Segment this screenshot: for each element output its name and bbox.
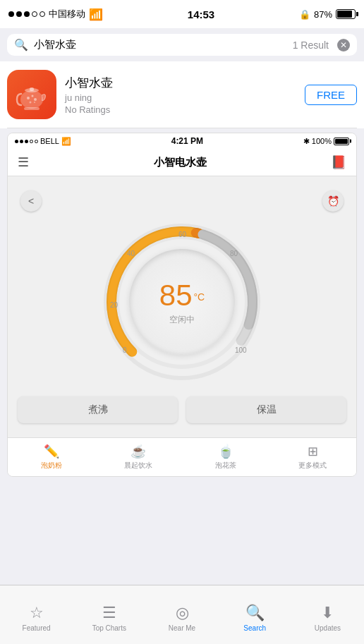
svg-rect-2 — [30, 87, 34, 91]
near-me-label: Near Me — [169, 624, 195, 632]
dot-1 — [8, 11, 14, 17]
phone-app-title: 小智电水壶 — [154, 156, 207, 169]
label-20: 20 — [110, 301, 119, 309]
phone-signal — [15, 140, 38, 143]
tab-search[interactable]: 🔍 Search — [219, 585, 291, 644]
label-0: 0 — [123, 346, 127, 354]
app-info: 小智水壶 ju ning No Ratings — [65, 75, 296, 115]
label-40: 40 — [127, 250, 135, 257]
p-dot-2 — [20, 140, 23, 143]
inner-tab-label-0: 泡奶粉 — [41, 461, 62, 470]
dot-5 — [40, 11, 45, 17]
kettle-svg — [14, 77, 49, 112]
phone-nav-bar: ☰ 小智电水壶 📕 — [8, 149, 356, 176]
battery-label: 87% — [314, 9, 332, 20]
tab-featured[interactable]: ☆ Featured — [0, 585, 73, 644]
menu-icon[interactable]: ☰ — [18, 154, 29, 170]
top-charts-icon: ☰ — [102, 604, 116, 622]
phone-status-bar: BELL 📶 4:21 PM ✱ 100% — [8, 133, 356, 149]
app-preview: BELL 📶 4:21 PM ✱ 100% ☰ 小智电水壶 📕 < — [7, 133, 357, 477]
lock-icon: 🔒 — [299, 9, 310, 20]
dial-inner: 85°C 空闲中 — [129, 249, 235, 355]
app-item[interactable]: 小智水壶 ju ning No Ratings FREE — [7, 61, 357, 128]
updates-label: Updates — [315, 624, 341, 632]
svg-point-0 — [20, 90, 43, 109]
phone-carrier: BELL — [40, 137, 59, 145]
bottom-tab-bar: ☆ Featured ☰ Top Charts ◎ Near Me 🔍 Sear… — [0, 585, 364, 644]
phone-battery-label: 100% — [312, 137, 332, 145]
inner-tab-label-2: 泡花茶 — [215, 461, 236, 470]
svg-point-6 — [30, 102, 32, 104]
phone-mockup: BELL 📶 4:21 PM ✱ 100% ☰ 小智电水壶 📕 < — [8, 133, 356, 476]
prev-button[interactable]: < — [20, 190, 42, 212]
inner-tab-1[interactable]: ☕ 晨起饮水 — [95, 438, 183, 476]
dot-4 — [32, 11, 37, 17]
battery-icon — [336, 9, 356, 19]
label-60: 60 — [178, 231, 187, 238]
featured-icon: ☆ — [30, 604, 44, 622]
p-dot-5 — [35, 140, 38, 143]
inner-tab-0[interactable]: ✏️ 泡奶粉 — [8, 438, 95, 476]
inner-tab-label-3: 更多模式 — [298, 461, 327, 470]
search-tab-icon: 🔍 — [245, 604, 265, 622]
label-100: 100 — [235, 346, 247, 354]
top-charts-label: Top Charts — [92, 624, 126, 632]
phone-battery-icon — [334, 138, 349, 145]
temperature-display: 85°C — [159, 279, 205, 312]
baby-formula-icon: ✏️ — [44, 444, 59, 459]
tab-near-me[interactable]: ◎ Near Me — [145, 585, 218, 644]
clear-search-button[interactable]: ✕ — [337, 39, 350, 51]
search-bar[interactable]: 🔍 小智水壶 1 Result ✕ — [7, 34, 357, 56]
keep-warm-button[interactable]: 保温 — [186, 396, 346, 423]
action-buttons: 煮沸 保温 — [18, 396, 346, 423]
dot-2 — [16, 11, 22, 17]
phone-battery-fill — [335, 139, 348, 144]
app-developer: ju ning — [65, 92, 296, 103]
phone-content: < ⏰ — [8, 176, 356, 437]
flower-tea-icon: 🍵 — [218, 444, 233, 459]
svg-point-7 — [34, 102, 35, 103]
dial-container: < ⏰ — [18, 183, 346, 430]
app-ratings: No Ratings — [65, 104, 296, 115]
temp-unit: °C — [194, 291, 205, 303]
dial-nav: < ⏰ — [18, 190, 346, 212]
inner-app-tabs: ✏️ 泡奶粉 ☕ 晨起饮水 🍵 泡花茶 ⊞ 更多模式 — [8, 437, 356, 476]
result-count: 1 Result — [293, 40, 329, 51]
more-modes-icon: ⊞ — [308, 444, 318, 459]
phone-status-left: BELL 📶 — [15, 137, 71, 146]
inner-tab-3[interactable]: ⊞ 更多模式 — [269, 438, 357, 476]
morning-drink-icon: ☕ — [131, 444, 146, 459]
p-dot-4 — [30, 140, 33, 143]
app-icon-wrapper — [7, 70, 56, 119]
tab-updates[interactable]: ⬇ Updates — [291, 585, 364, 644]
boil-button[interactable]: 煮沸 — [18, 396, 178, 423]
phone-wifi-icon: 📶 — [61, 137, 71, 146]
dot-3 — [24, 11, 30, 17]
alarm-button[interactable]: ⏰ — [322, 190, 344, 212]
book-icon[interactable]: 📕 — [331, 154, 346, 170]
search-query: 小智水壶 — [34, 38, 287, 51]
svg-rect-8 — [24, 107, 40, 110]
p-dot-3 — [25, 140, 28, 143]
dial-wrapper: 0 20 40 60 80 100 85°C 空闲中 — [97, 217, 267, 387]
updates-icon: ⬇ — [321, 604, 334, 622]
svg-point-4 — [32, 95, 34, 97]
inner-tab-2[interactable]: 🍵 泡花茶 — [182, 438, 269, 476]
status-right: 🔒 87% — [299, 9, 356, 20]
wifi-icon: 📶 — [89, 8, 103, 21]
app-name: 小智水壶 — [65, 75, 296, 91]
svg-point-5 — [34, 98, 37, 101]
phone-bt-icon: ✱ — [303, 137, 310, 146]
get-app-button[interactable]: FREE — [305, 85, 357, 105]
app-list: 小智水壶 ju ning No Ratings FREE — [0, 61, 364, 128]
p-dot-1 — [15, 140, 18, 143]
carrier-label: 中国移动 — [49, 8, 85, 20]
near-me-icon: ◎ — [176, 604, 189, 622]
svg-point-3 — [27, 97, 30, 99]
battery-fill — [337, 11, 352, 18]
tab-top-charts[interactable]: ☰ Top Charts — [73, 585, 145, 644]
signal-dots — [8, 11, 45, 17]
search-label: Search — [243, 624, 266, 632]
temp-value: 85 — [159, 279, 193, 312]
search-bar-container: 🔍 小智水壶 1 Result ✕ — [0, 28, 364, 61]
